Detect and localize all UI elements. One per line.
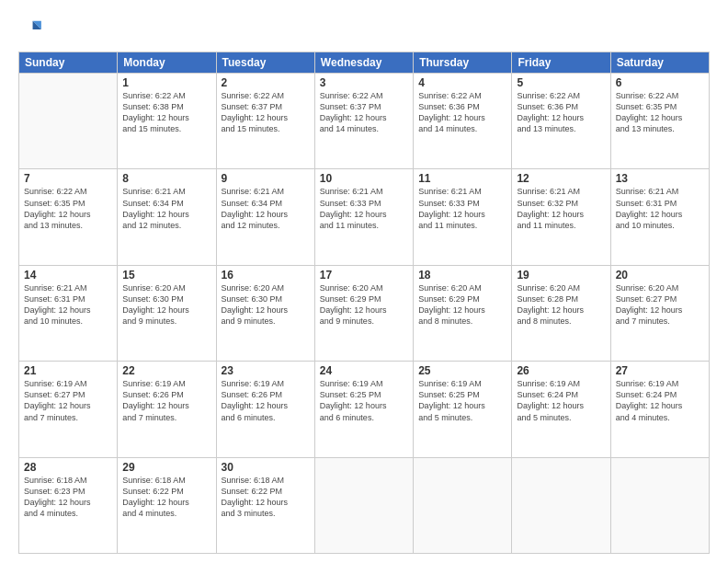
day-info: Sunrise: 6:19 AMSunset: 6:24 PMDaylight:… [616, 378, 704, 423]
day-number: 9 [222, 172, 310, 185]
day-number: 11 [418, 172, 506, 185]
calendar-cell: 29Sunrise: 6:18 AMSunset: 6:22 PMDayligh… [118, 457, 216, 553]
day-number: 30 [222, 461, 310, 474]
day-number: 21 [24, 364, 112, 377]
weekday-header-sunday: Sunday [19, 52, 118, 74]
day-info: Sunrise: 6:22 AMSunset: 6:35 PMDaylight:… [24, 186, 112, 231]
day-info: Sunrise: 6:19 AMSunset: 6:26 PMDaylight:… [122, 378, 210, 423]
day-number: 18 [418, 269, 506, 282]
calendar-cell [414, 457, 512, 553]
day-info: Sunrise: 6:22 AMSunset: 6:35 PMDaylight:… [616, 90, 704, 135]
day-number: 7 [24, 172, 112, 185]
calendar-cell: 26Sunrise: 6:19 AMSunset: 6:24 PMDayligh… [512, 362, 610, 457]
day-info: Sunrise: 6:19 AMSunset: 6:25 PMDaylight:… [320, 378, 408, 423]
calendar-table: SundayMondayTuesdayWednesdayThursdayFrid… [18, 52, 710, 554]
day-number: 15 [122, 269, 210, 282]
calendar-cell: 9Sunrise: 6:21 AMSunset: 6:34 PMDaylight… [216, 169, 314, 265]
day-number: 5 [517, 76, 605, 89]
day-info: Sunrise: 6:22 AMSunset: 6:37 PMDaylight:… [320, 90, 408, 135]
day-number: 27 [616, 364, 704, 377]
day-number: 10 [320, 172, 408, 185]
calendar-cell: 1Sunrise: 6:22 AMSunset: 6:38 PMDaylight… [118, 74, 216, 169]
calendar-cell [512, 457, 610, 553]
calendar-cell: 16Sunrise: 6:20 AMSunset: 6:30 PMDayligh… [216, 265, 314, 361]
calendar-cell: 19Sunrise: 6:20 AMSunset: 6:28 PMDayligh… [512, 265, 610, 361]
calendar-cell: 4Sunrise: 6:22 AMSunset: 6:36 PMDaylight… [414, 74, 512, 169]
day-info: Sunrise: 6:21 AMSunset: 6:31 PMDaylight:… [24, 282, 112, 327]
day-info: Sunrise: 6:18 AMSunset: 6:22 PMDaylight:… [222, 475, 310, 520]
week-row-3: 14Sunrise: 6:21 AMSunset: 6:31 PMDayligh… [19, 265, 710, 361]
calendar-cell: 12Sunrise: 6:21 AMSunset: 6:32 PMDayligh… [512, 169, 610, 265]
day-info: Sunrise: 6:22 AMSunset: 6:37 PMDaylight:… [222, 90, 310, 135]
day-info: Sunrise: 6:20 AMSunset: 6:30 PMDaylight:… [122, 282, 210, 327]
day-info: Sunrise: 6:18 AMSunset: 6:22 PMDaylight:… [122, 475, 210, 520]
calendar-cell [19, 74, 118, 169]
day-number: 28 [24, 461, 112, 474]
day-number: 17 [320, 269, 408, 282]
weekday-header-saturday: Saturday [610, 52, 709, 74]
day-number: 13 [616, 172, 704, 185]
day-number: 6 [616, 76, 704, 89]
calendar-cell: 27Sunrise: 6:19 AMSunset: 6:24 PMDayligh… [610, 362, 709, 457]
day-info: Sunrise: 6:19 AMSunset: 6:27 PMDaylight:… [24, 378, 112, 423]
day-info: Sunrise: 6:20 AMSunset: 6:27 PMDaylight:… [616, 282, 704, 327]
day-info: Sunrise: 6:19 AMSunset: 6:24 PMDaylight:… [517, 378, 605, 423]
day-number: 4 [418, 76, 506, 89]
calendar-cell [610, 457, 709, 553]
weekday-header-tuesday: Tuesday [216, 52, 314, 74]
header [18, 17, 710, 42]
day-number: 1 [122, 76, 210, 89]
day-info: Sunrise: 6:20 AMSunset: 6:29 PMDaylight:… [418, 282, 506, 327]
week-row-2: 7Sunrise: 6:22 AMSunset: 6:35 PMDaylight… [19, 169, 710, 265]
day-number: 12 [517, 172, 605, 185]
calendar-cell: 21Sunrise: 6:19 AMSunset: 6:27 PMDayligh… [19, 362, 118, 457]
day-number: 2 [222, 76, 310, 89]
calendar-cell: 6Sunrise: 6:22 AMSunset: 6:35 PMDaylight… [610, 74, 709, 169]
day-info: Sunrise: 6:21 AMSunset: 6:34 PMDaylight:… [222, 186, 310, 231]
week-row-1: 1Sunrise: 6:22 AMSunset: 6:38 PMDaylight… [19, 74, 710, 169]
day-info: Sunrise: 6:19 AMSunset: 6:26 PMDaylight:… [222, 378, 310, 423]
day-info: Sunrise: 6:21 AMSunset: 6:32 PMDaylight:… [517, 186, 605, 231]
day-number: 23 [222, 364, 310, 377]
weekday-header-row: SundayMondayTuesdayWednesdayThursdayFrid… [19, 52, 710, 74]
calendar-cell: 22Sunrise: 6:19 AMSunset: 6:26 PMDayligh… [118, 362, 216, 457]
calendar-cell: 20Sunrise: 6:20 AMSunset: 6:27 PMDayligh… [610, 265, 709, 361]
calendar-page: SundayMondayTuesdayWednesdayThursdayFrid… [0, 0, 728, 563]
day-number: 19 [517, 269, 605, 282]
calendar-cell: 17Sunrise: 6:20 AMSunset: 6:29 PMDayligh… [314, 265, 413, 361]
day-info: Sunrise: 6:20 AMSunset: 6:29 PMDaylight:… [320, 282, 408, 327]
calendar-cell: 11Sunrise: 6:21 AMSunset: 6:33 PMDayligh… [414, 169, 512, 265]
day-number: 8 [122, 172, 210, 185]
calendar-cell: 7Sunrise: 6:22 AMSunset: 6:35 PMDaylight… [19, 169, 118, 265]
day-number: 14 [24, 269, 112, 282]
week-row-4: 21Sunrise: 6:19 AMSunset: 6:27 PMDayligh… [19, 362, 710, 457]
calendar-cell: 2Sunrise: 6:22 AMSunset: 6:37 PMDaylight… [216, 74, 314, 169]
week-row-5: 28Sunrise: 6:18 AMSunset: 6:23 PMDayligh… [19, 457, 710, 553]
calendar-cell: 3Sunrise: 6:22 AMSunset: 6:37 PMDaylight… [314, 74, 413, 169]
day-number: 25 [418, 364, 506, 377]
day-info: Sunrise: 6:20 AMSunset: 6:28 PMDaylight:… [517, 282, 605, 327]
weekday-header-thursday: Thursday [414, 52, 512, 74]
calendar-cell: 23Sunrise: 6:19 AMSunset: 6:26 PMDayligh… [216, 362, 314, 457]
weekday-header-monday: Monday [118, 52, 216, 74]
day-info: Sunrise: 6:21 AMSunset: 6:31 PMDaylight:… [616, 186, 704, 231]
day-info: Sunrise: 6:21 AMSunset: 6:33 PMDaylight:… [320, 186, 408, 231]
day-info: Sunrise: 6:21 AMSunset: 6:34 PMDaylight:… [122, 186, 210, 231]
day-info: Sunrise: 6:19 AMSunset: 6:25 PMDaylight:… [418, 378, 506, 423]
weekday-header-friday: Friday [512, 52, 610, 74]
calendar-cell: 8Sunrise: 6:21 AMSunset: 6:34 PMDaylight… [118, 169, 216, 265]
calendar-cell: 10Sunrise: 6:21 AMSunset: 6:33 PMDayligh… [314, 169, 413, 265]
day-number: 16 [222, 269, 310, 282]
calendar-cell: 15Sunrise: 6:20 AMSunset: 6:30 PMDayligh… [118, 265, 216, 361]
calendar-cell: 14Sunrise: 6:21 AMSunset: 6:31 PMDayligh… [19, 265, 118, 361]
day-number: 20 [616, 269, 704, 282]
day-number: 3 [320, 76, 408, 89]
calendar-cell: 5Sunrise: 6:22 AMSunset: 6:36 PMDaylight… [512, 74, 610, 169]
day-info: Sunrise: 6:22 AMSunset: 6:36 PMDaylight:… [517, 90, 605, 135]
calendar-cell: 13Sunrise: 6:21 AMSunset: 6:31 PMDayligh… [610, 169, 709, 265]
day-info: Sunrise: 6:21 AMSunset: 6:33 PMDaylight:… [418, 186, 506, 231]
day-number: 24 [320, 364, 408, 377]
day-info: Sunrise: 6:20 AMSunset: 6:30 PMDaylight:… [222, 282, 310, 327]
calendar-cell: 25Sunrise: 6:19 AMSunset: 6:25 PMDayligh… [414, 362, 512, 457]
day-number: 22 [122, 364, 210, 377]
